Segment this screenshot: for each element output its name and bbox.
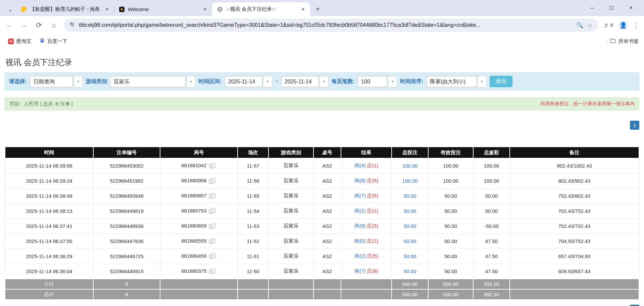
cell-valid-bet: 50.00 — [428, 264, 473, 279]
cell-time: 2025-11-14 06:38:13 — [5, 203, 93, 219]
three-dot-menu-icon[interactable]: ⋮ — [633, 21, 639, 29]
date-to-value[interactable]: 2025-11-14 — [281, 76, 319, 87]
cell-session: 11-51 — [238, 249, 268, 264]
minimize-button[interactable]: — — [582, 3, 602, 13]
all-bookmarks-label: 所有书签 — [618, 38, 639, 45]
cell-result: 闲(8) 庄(5) — [341, 173, 392, 188]
maximize-button[interactable] — [602, 3, 621, 13]
cards-icon[interactable] — [209, 253, 216, 259]
cards-icon[interactable] — [209, 208, 216, 214]
sort-select[interactable]: 降幂(由大到小) ▼ — [427, 76, 487, 87]
cell-session: 11-55 — [238, 188, 268, 203]
person-icon[interactable]: 👤 — [619, 21, 628, 29]
date-to-picker[interactable]: 2025-11-14 ▼ — [281, 76, 329, 87]
magnifier-icon[interactable]: 🔍 — [576, 22, 583, 29]
total-bet-link[interactable]: 50.00 — [404, 268, 416, 274]
chevron-down-icon[interactable]: ⌄ — [5, 3, 16, 16]
cell-remark: 609.93/657.43 — [510, 264, 639, 279]
close-icon[interactable]: ✕ — [299, 6, 307, 13]
date-from-picker[interactable]: 2025-11-14 ▼ — [225, 76, 272, 87]
cell-valid-bet: 50.00 — [428, 203, 473, 219]
bookmark-aitaobao[interactable]: 淘 爱淘宝 — [5, 37, 34, 46]
cell-valid-bet: 50.00 — [428, 249, 473, 264]
page-1-button[interactable]: 1 — [630, 121, 639, 130]
cell-game-type: 百家乐 — [268, 234, 313, 249]
cell-total-bet: 50.00 — [392, 203, 428, 219]
result-banker: 庄(5) — [367, 178, 378, 183]
cards-icon[interactable] — [209, 238, 216, 244]
round-id-text: 661880555 — [181, 238, 206, 244]
sort-value[interactable]: 降幂(由大到小) — [427, 76, 477, 87]
address-bar[interactable]: 66cxkj98.com/ipl/portal.php/game/betreco… — [64, 18, 598, 32]
media-playlist-icon[interactable]: ♬≡ — [603, 21, 613, 29]
total-bet-link[interactable]: 50.00 — [404, 193, 416, 199]
chevron-down-icon[interactable]: ▼ — [186, 76, 195, 87]
cards-icon[interactable] — [209, 163, 216, 169]
reload-icon[interactable]: ⟳ — [34, 21, 44, 29]
page-1-button[interactable]: 1 — [630, 305, 639, 306]
result-player: 闲(2) — [354, 253, 365, 259]
page-size-value[interactable]: 100 — [358, 76, 387, 87]
total-bet-link[interactable]: 100.00 — [402, 163, 418, 169]
footer-payout: 392.50 — [473, 289, 510, 300]
round-id-text: 661880857 — [181, 193, 206, 198]
cell-time: 2025-11-14 06:39:24 — [5, 173, 93, 188]
cell-table-no: AS2 — [313, 219, 341, 234]
chevron-down-icon[interactable]: ▼ — [478, 76, 487, 87]
cell-total-bet: 50.00 — [392, 249, 428, 264]
total-bet-link[interactable]: 50.00 — [404, 223, 416, 229]
cards-icon[interactable] — [209, 178, 216, 184]
back-arrow-icon[interactable]: ← — [5, 21, 14, 29]
footer-table — [313, 279, 341, 289]
cell-total-bet: 100.00 — [392, 173, 428, 188]
round-id-text: 661880458 — [181, 253, 206, 259]
bookmark-baidu[interactable]: 百度一下 — [37, 37, 70, 46]
query-type-value[interactable]: 日期查询 — [30, 76, 73, 87]
url-text[interactable]: 66cxkj98.com/ipl/portal.php/game/betreco… — [79, 22, 572, 28]
chevron-down-icon[interactable]: ▼ — [388, 76, 397, 87]
cell-time: 2025-11-14 06:36:29 — [5, 249, 93, 264]
column-header: 总派彩 — [473, 147, 510, 158]
page-content: 视讯 会员下注纪录 请选择: 日期查询 ▼ 游戏类别 百家乐 ▼ 时间区间: 2… — [0, 57, 644, 306]
chevron-down-icon[interactable]: ▼ — [319, 76, 329, 87]
cell-game-type: 百家乐 — [268, 264, 313, 279]
cell-result: 闲(2) 庄(1) — [341, 203, 392, 219]
all-bookmarks[interactable]: 所有书签 — [607, 38, 639, 45]
close-icon[interactable]: ✕ — [201, 6, 209, 13]
site-settings-icon[interactable] — [69, 21, 75, 29]
result-player: 闲(0) — [354, 238, 365, 244]
tab-forum[interactable]: 【新提醒】杨雪儿的帖子 - 海燕 ✕ — [16, 2, 114, 16]
forward-arrow-icon[interactable]: → — [19, 21, 29, 29]
close-window-button[interactable]: ✕ — [621, 3, 641, 13]
date-from-value[interactable]: 2025-11-14 — [225, 76, 262, 87]
cell-payout: 50.00 — [473, 188, 510, 203]
query-button[interactable]: 查询 — [490, 76, 512, 87]
footer-round — [160, 279, 238, 289]
query-type-select[interactable]: 日期查询 ▼ — [30, 76, 83, 87]
result-player: 闲(4) — [354, 163, 365, 168]
game-type-value[interactable]: 百家乐 — [110, 76, 186, 87]
star-icon[interactable]: ☆ — [588, 22, 593, 29]
home-icon[interactable]: ⌂ — [49, 21, 58, 29]
table-row: 2025-11-14 06:39:24522966451982661880956… — [5, 173, 639, 188]
cell-payout: 47.50 — [473, 234, 510, 249]
cell-bet-id: 522966446725 — [93, 249, 160, 264]
cards-icon[interactable] — [209, 268, 216, 274]
chevron-down-icon[interactable]: ▼ — [73, 76, 83, 87]
game-type-select[interactable]: 百家乐 ▼ — [110, 76, 195, 87]
chevron-down-icon[interactable]: ▼ — [263, 76, 272, 87]
total-bet-link[interactable]: 50.00 — [404, 208, 416, 214]
cards-icon[interactable] — [209, 193, 216, 199]
total-bet-link[interactable]: 100.00 — [402, 178, 418, 184]
cell-game-type: 百家乐 — [268, 188, 313, 203]
result-banker: 庄(1) — [367, 208, 378, 213]
new-tab-button[interactable]: + — [313, 4, 323, 14]
close-icon[interactable]: ✕ — [103, 6, 111, 13]
tab-bet-records[interactable]: :::视讯 会员下注纪录::: ✕ — [212, 2, 310, 16]
total-bet-link[interactable]: 50.00 — [404, 238, 416, 244]
total-bet-link[interactable]: 50.00 — [404, 253, 416, 259]
column-header: 总投注 — [392, 147, 428, 158]
cards-icon[interactable] — [209, 223, 216, 229]
tab-welcome[interactable]: ♞ Welcome ✕ — [114, 2, 212, 16]
page-size-select[interactable]: 100 ▼ — [358, 76, 397, 87]
